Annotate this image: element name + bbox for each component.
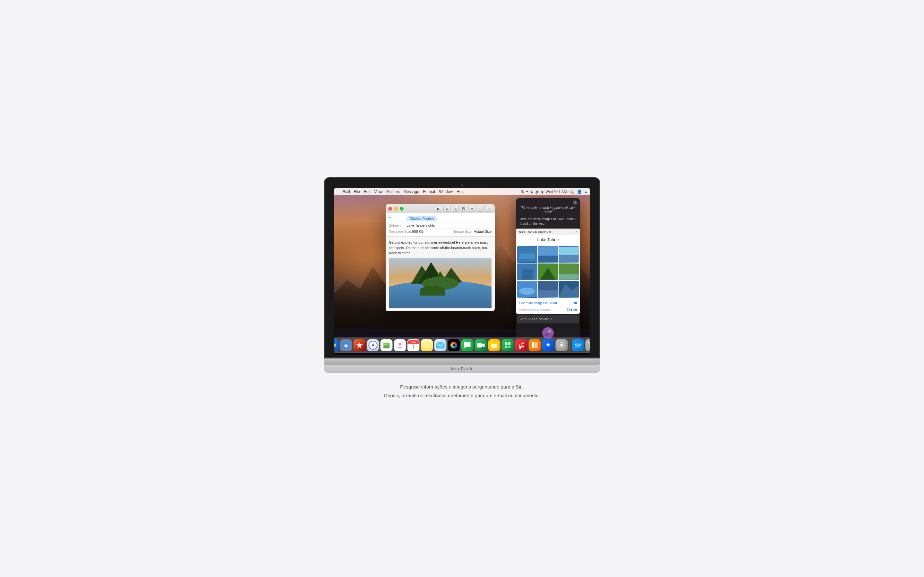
menubar-status-icons: ⌘ ✦ ▲ 🔊 ▮ <box>520 190 543 194</box>
dock-mail[interactable] <box>435 339 447 351</box>
apple-menu[interactable]:  <box>337 189 338 194</box>
camera <box>461 184 463 186</box>
svg-point-20 <box>519 288 535 295</box>
dock-finder2[interactable] <box>572 339 584 351</box>
siri-close-button[interactable]: ✕ <box>573 200 577 205</box>
svg-point-57 <box>522 346 524 348</box>
screen:  Mail File Edit View Mailbox Message Fo… <box>334 188 590 355</box>
macbook-name-bar: MacBook <box>324 365 600 373</box>
more-button[interactable]: □ <box>485 206 492 211</box>
mail-recipient[interactable]: Charles Parrish <box>407 216 437 221</box>
siri-thumb-9[interactable] <box>559 281 579 298</box>
copyright-text: Images subject to copyright. <box>519 308 551 311</box>
dock-facetime[interactable] <box>475 339 487 351</box>
dock-launchpad[interactable] <box>354 339 366 351</box>
menu-edit[interactable]: Edit <box>364 189 371 194</box>
menu-help[interactable]: Help <box>457 189 465 194</box>
siri-bottom-card: WEB IMAGE SEARCH <box>517 315 579 324</box>
attach-button[interactable]: 📎 <box>452 206 459 211</box>
dock-stickies[interactable] <box>488 339 501 351</box>
siri-image-card: WEB IMAGE SEARCH ✕ Lake Tahoe <box>516 229 580 314</box>
svg-rect-14 <box>522 269 533 280</box>
dock-finder[interactable]: :) <box>334 339 339 351</box>
menu-message[interactable]: Message <box>404 189 419 194</box>
dock-appstore[interactable] <box>542 339 554 351</box>
to-label: To: <box>389 217 407 221</box>
format-button[interactable]: ≡ <box>443 206 451 211</box>
bing-logo: Ⓒ Bing <box>567 308 577 312</box>
siri-thumb-7[interactable] <box>517 281 537 298</box>
siri-thumb-3[interactable] <box>559 246 579 263</box>
dock-photos-rainbow[interactable] <box>448 339 460 351</box>
siri-see-more-text[interactable]: See more images in Safari <box>519 301 557 305</box>
mail-body[interactable]: Getting excited for our summer adventure… <box>386 237 495 311</box>
siri-thumb-4[interactable] <box>517 263 537 280</box>
message-size-value: 988 KB <box>412 229 423 234</box>
user-icon[interactable]: 👤 <box>577 189 582 194</box>
dock-books[interactable] <box>529 339 541 351</box>
dock-messages[interactable] <box>461 339 473 351</box>
minimize-button[interactable] <box>394 207 398 211</box>
svg-rect-54 <box>505 346 507 348</box>
bluetooth-icon: ✦ <box>525 190 528 194</box>
photo-button[interactable]: 🖼 <box>460 206 467 211</box>
svg-rect-8 <box>519 253 535 259</box>
svg-rect-55 <box>508 346 511 348</box>
mail-body-text: Getting excited for our summer adventure… <box>389 240 491 256</box>
dock-siri[interactable]: ◉ <box>340 339 352 351</box>
siri-card-title: Lake Tahoe <box>516 235 580 245</box>
menu-mail[interactable]: Mail <box>342 189 350 194</box>
image-size-value[interactable]: Actual Size <box>474 229 491 234</box>
volume-icon: 🔊 <box>535 190 540 194</box>
dock-notes[interactable] <box>421 339 433 351</box>
svg-rect-66 <box>588 342 590 343</box>
search-icon[interactable]: 🔍 <box>569 189 574 194</box>
svg-point-38 <box>384 343 386 345</box>
svg-point-47 <box>453 344 455 346</box>
mail-inline-image <box>389 258 491 308</box>
close-button[interactable] <box>388 207 392 211</box>
dock-music[interactable] <box>515 339 527 351</box>
macbook-wrapper:  Mail File Edit View Mailbox Message Fo… <box>324 177 600 373</box>
wifi-icon: ⌘ <box>520 190 524 194</box>
svg-rect-42 <box>424 342 430 348</box>
svg-rect-48 <box>477 343 482 348</box>
dock-numbers[interactable] <box>502 339 514 351</box>
menu-list-icon[interactable]: ≡ <box>585 189 587 194</box>
dock-preferences[interactable] <box>556 339 568 351</box>
menu-format[interactable]: Format <box>423 189 435 194</box>
siri-mic-button[interactable]: 🎤 <box>542 327 554 339</box>
svg-rect-61 <box>535 342 538 348</box>
send-button[interactable]: ▶ <box>435 206 442 211</box>
siri-thumb-2[interactable] <box>538 246 558 263</box>
mail-header: To: Charles Parrish Subject: Lake Tahoe … <box>386 213 495 237</box>
maximize-button[interactable] <box>400 207 404 211</box>
menu-file[interactable]: File <box>354 189 360 194</box>
macbook-label: MacBook <box>451 366 473 371</box>
siri-thumb-5[interactable] <box>538 263 558 280</box>
menu-view[interactable]: View <box>375 189 383 194</box>
dock-trash[interactable] <box>586 339 590 351</box>
mail-titlebar: ▶ ≡ 📎 🖼 A ⬜ □ <box>386 204 495 213</box>
signal-icon: ▲ <box>530 190 533 193</box>
dock-contacts[interactable] <box>394 339 406 351</box>
font-button[interactable]: A <box>468 206 475 211</box>
dock-calendar[interactable]: WED 7 <box>407 339 420 351</box>
caption-line2: Depois, arraste os resultados diretament… <box>384 391 540 400</box>
browser-button[interactable]: ⬜ <box>477 206 484 211</box>
siri-thumb-6[interactable] <box>559 263 579 280</box>
siri-see-more[interactable]: See more images in Safari <box>516 299 580 307</box>
menu-window[interactable]: Window <box>439 189 453 194</box>
svg-rect-65 <box>589 343 590 349</box>
siri-thumb-1[interactable] <box>517 246 537 263</box>
siri-thumb-8[interactable] <box>538 281 558 298</box>
siri-see-more-indicator <box>574 301 577 304</box>
menu-mailbox[interactable]: Mailbox <box>386 189 399 194</box>
svg-rect-59 <box>519 343 520 348</box>
lake-island <box>420 286 445 295</box>
dock-photosapp[interactable] <box>381 339 393 351</box>
mail-subject-value[interactable]: Lake Tahoe sights <box>407 223 435 227</box>
subject-label: Subject: <box>389 223 407 227</box>
dock-safari[interactable] <box>367 339 379 351</box>
svg-rect-10 <box>538 256 558 263</box>
